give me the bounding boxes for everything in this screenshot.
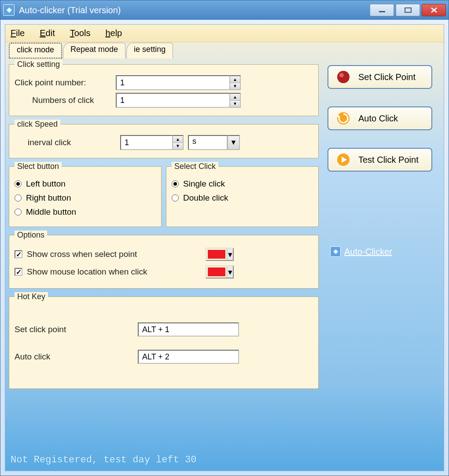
spin-down-icon[interactable]: ▼ <box>230 101 240 107</box>
click-point-number-input[interactable] <box>116 75 230 90</box>
click-setting-group: Click setting Click point number: ▲▼ Num… <box>9 60 319 116</box>
play-icon <box>336 153 350 167</box>
show-cross-checkbox[interactable] <box>15 250 22 258</box>
side-panel: Set Click Point Auto Click Test Click Po… <box>322 58 444 453</box>
tab-ie-setting[interactable]: ie setting <box>126 43 173 59</box>
mouse-color-picker[interactable]: ▾ <box>206 265 234 278</box>
show-cross-label: Show cross when select point <box>27 249 137 259</box>
radio-double-click[interactable]: Double click <box>172 193 313 203</box>
click-setting-legend: Click setting <box>15 60 63 69</box>
show-mouse-label: Show mouse location when click <box>27 267 147 277</box>
click-point-number-spinner[interactable]: ▲▼ <box>116 75 241 90</box>
app-icon <box>3 4 15 16</box>
tab-bar: click mode Repeat mode ie setting <box>5 42 444 58</box>
radio-icon <box>172 194 179 201</box>
main-panel: Click setting Click point number: ▲▼ Num… <box>5 58 322 453</box>
menu-tools[interactable]: Tools <box>70 28 91 38</box>
menu-help[interactable]: help <box>105 28 122 38</box>
minimize-button[interactable] <box>370 4 394 16</box>
hotkey-legend: Hot Key <box>15 292 48 301</box>
auto-clicker-link-area: Auto-Clicker <box>330 246 436 257</box>
numbers-of-click-input[interactable] <box>116 93 230 108</box>
click-point-number-label: Click point number: <box>15 78 116 88</box>
radio-icon <box>15 194 22 201</box>
svg-rect-1 <box>405 8 411 12</box>
tab-click-mode[interactable]: click mode <box>9 43 62 59</box>
radio-icon <box>15 180 22 187</box>
svg-point-3 <box>339 73 344 77</box>
hotkey-set-input[interactable] <box>138 322 239 337</box>
click-speed-group: click Speed inerval click ▲▼ s ▼ <box>9 120 319 158</box>
cross-color-picker[interactable]: ▾ <box>206 248 234 261</box>
hotkey-auto-input[interactable] <box>138 350 239 364</box>
radio-left-button[interactable]: Left button <box>15 179 156 189</box>
dropdown-arrow-icon[interactable]: ▼ <box>228 135 240 150</box>
auto-clicker-link[interactable]: Auto-Clicker <box>344 247 392 257</box>
window-title: Auto-clicker (Trial version) <box>19 5 370 15</box>
tab-repeat-mode[interactable]: Repeat mode <box>63 43 125 59</box>
svg-rect-0 <box>379 11 385 12</box>
interval-click-label: inerval click <box>15 138 120 147</box>
status-text: Not Registered, test day left 30 <box>5 453 444 471</box>
spin-up-icon[interactable]: ▲ <box>230 76 240 83</box>
set-click-point-button[interactable]: Set Click Point <box>328 65 432 89</box>
hotkey-auto-label: Auto click <box>15 352 138 362</box>
interval-unit-value: s <box>188 135 228 150</box>
interval-unit-select[interactable]: s ▼ <box>188 135 240 150</box>
test-click-point-button[interactable]: Test Click Point <box>328 148 432 172</box>
numbers-of-click-spinner[interactable]: ▲▼ <box>116 93 241 108</box>
radio-icon <box>172 180 179 187</box>
menu-edit[interactable]: Edit <box>40 28 55 38</box>
hotkey-group: Hot Key Set click point Auto click <box>9 292 319 389</box>
client-area: File Edit Tools help click mode Repeat m… <box>5 24 444 471</box>
options-group: Options Show cross when select point ▾ S… <box>9 231 319 289</box>
menubar: File Edit Tools help <box>5 25 444 42</box>
options-legend: Options <box>15 231 47 240</box>
spin-up-icon[interactable]: ▲ <box>230 94 240 101</box>
show-mouse-checkbox[interactable] <box>15 268 22 276</box>
select-button-group: Slect button Left button Right button Mi… <box>9 162 162 227</box>
refresh-icon <box>336 111 350 125</box>
interval-spinner[interactable]: ▲▼ <box>120 135 184 150</box>
spin-up-icon[interactable]: ▲ <box>173 136 183 143</box>
window-controls <box>370 4 446 16</box>
dropdown-arrow-icon[interactable]: ▾ <box>227 249 233 260</box>
radio-icon <box>15 209 22 216</box>
svg-point-2 <box>337 71 350 83</box>
gear-icon <box>330 246 341 257</box>
select-click-group: Select Click Single click Double click <box>166 162 319 227</box>
select-button-legend: Slect button <box>15 162 62 171</box>
color-swatch <box>208 267 225 276</box>
radio-right-button[interactable]: Right button <box>15 193 156 203</box>
app-window: Auto-clicker (Trial version) File Edit T… <box>0 0 449 476</box>
spin-down-icon[interactable]: ▼ <box>173 143 183 150</box>
menu-file[interactable]: File <box>11 28 25 38</box>
maximize-button[interactable] <box>396 4 420 16</box>
dropdown-arrow-icon[interactable]: ▾ <box>227 266 233 278</box>
numbers-of-click-label: Numbers of click <box>15 95 116 105</box>
content-row: Click setting Click point number: ▲▼ Num… <box>5 58 444 453</box>
record-icon <box>336 70 350 84</box>
click-speed-legend: click Speed <box>15 120 60 129</box>
radio-single-click[interactable]: Single click <box>172 179 313 189</box>
auto-click-button[interactable]: Auto Click <box>328 106 432 130</box>
spin-down-icon[interactable]: ▼ <box>230 83 240 90</box>
close-button[interactable] <box>422 4 446 16</box>
titlebar: Auto-clicker (Trial version) <box>0 0 449 20</box>
hotkey-set-label: Set click point <box>15 325 138 334</box>
interval-input[interactable] <box>120 135 173 150</box>
color-swatch <box>208 250 225 259</box>
select-click-legend: Select Click <box>172 162 218 171</box>
radio-middle-button[interactable]: Middle button <box>15 207 156 217</box>
